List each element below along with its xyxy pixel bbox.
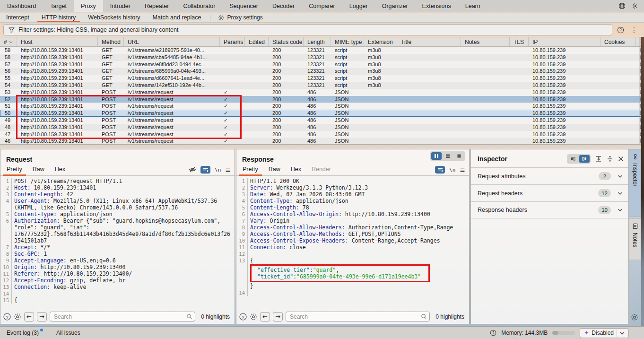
table-row-49[interactable]: 49http://10.80.159.239:13401POST/v1/stre… [0, 117, 641, 124]
table-row-50[interactable]: 50http://10.80.159.239:13401POST/v1/stre… [0, 110, 641, 117]
column-header-cookies[interactable]: Cookies [600, 37, 636, 46]
response-tab-render[interactable]: Render [306, 164, 336, 175]
response-tab-hex[interactable]: Hex [286, 164, 306, 175]
request-tab-pretty[interactable]: Pretty [1, 164, 27, 175]
menu-tab-extensions[interactable]: Extensions [415, 0, 458, 12]
help-icon[interactable]: ? [3, 313, 11, 321]
column-header-notes[interactable]: Notes [461, 37, 510, 46]
response-tab-raw[interactable]: Raw [263, 164, 286, 175]
search-input[interactable] [50, 312, 195, 322]
collapse-all-icon[interactable] [607, 156, 613, 162]
column-header-title[interactable]: Title [397, 37, 461, 46]
inspector-section-request-headers[interactable]: Request headers12 [471, 184, 628, 201]
menu-tab-target[interactable]: Target [43, 0, 74, 12]
chevron-down-icon[interactable] [618, 191, 623, 195]
menu-tab-proxy[interactable]: Proxy [74, 0, 103, 12]
inspector-section-request-attributes[interactable]: Request attributes2 [471, 167, 628, 184]
menu-tab-collaborator[interactable]: Collaborator [176, 0, 222, 12]
column-header-url[interactable]: URL [124, 37, 220, 46]
burp-ai-button[interactable]: ✦ Disabled [580, 328, 629, 338]
prettify-icon[interactable] [435, 166, 445, 174]
menu-tab-dashboard[interactable]: Dashboard [0, 0, 43, 12]
request-tab-raw[interactable]: Raw [27, 164, 50, 175]
column-header-edited[interactable]: Edited [245, 37, 269, 46]
close-icon[interactable] [618, 156, 624, 162]
column-header-params[interactable]: Params [220, 37, 245, 46]
table-row-51[interactable]: 51http://10.80.159.239:13401POST/v1/stre… [0, 103, 641, 110]
next-match-button[interactable]: → [37, 312, 47, 322]
table-row-47[interactable]: 47http://10.80.159.239:13401POST/v1/stre… [0, 131, 641, 138]
sub-tab-intercept[interactable]: Intercept [0, 13, 35, 22]
single-layout-button[interactable] [454, 152, 464, 160]
chevron-down-icon[interactable] [618, 174, 623, 178]
column-header-method[interactable]: Method [98, 37, 124, 46]
hide-eye-icon[interactable] [189, 166, 196, 173]
settings-gear-icon[interactable] [631, 2, 638, 9]
help-icon[interactable]: ? [617, 26, 624, 34]
column-header-ip[interactable]: IP [529, 37, 600, 46]
table-row-53[interactable]: 53http://10.80.159.239:13401POST/v1/stre… [0, 89, 641, 96]
search-settings-gear-icon[interactable] [14, 313, 21, 321]
menu-icon[interactable]: ≡ [460, 166, 465, 174]
globe-icon[interactable] [618, 2, 626, 9]
all-issues-button[interactable]: All issues [56, 330, 80, 336]
column-header-status-code[interactable]: Status code [269, 37, 304, 46]
proxy-settings-button[interactable]: Proxy settings [213, 13, 267, 22]
response-editor[interactable]: 1HTTP/1.1 200 OK2Server: Werkzeug/3.1.3 … [236, 176, 469, 308]
info-icon[interactable] [490, 330, 496, 336]
inspector-layout-b-button[interactable] [579, 155, 590, 163]
inspector-dock-tab[interactable]: Inspector [629, 149, 641, 217]
expand-all-icon[interactable] [595, 156, 602, 162]
inspector-layout-a-button[interactable] [568, 155, 578, 163]
table-row-57[interactable]: 57http://10.80.159.239:13401GET/v1/strea… [0, 61, 641, 68]
newline-toggle-icon[interactable]: \n [215, 167, 221, 173]
prettify-icon[interactable] [200, 166, 210, 174]
table-row-55[interactable]: 55http://10.80.159.239:13401GET/v1/strea… [0, 75, 641, 82]
search-settings-gear-icon[interactable] [250, 313, 257, 321]
column-header-mime-type[interactable]: MIME type [331, 37, 364, 46]
sub-tab-match-and-replace[interactable]: Match and replace [147, 13, 208, 22]
more-options-icon[interactable]: ⋮ [631, 26, 637, 34]
help-icon[interactable]: ? [239, 313, 247, 321]
sub-tab-http-history[interactable]: HTTP history [35, 13, 82, 22]
table-header[interactable]: #HostMethodURLParamsEditedStatus codeLen… [0, 37, 641, 47]
chevron-down-icon[interactable] [618, 208, 623, 212]
side-by-side-layout-button[interactable] [431, 152, 442, 160]
menu-tab-logger[interactable]: Logger [342, 0, 375, 12]
notes-dock-tab[interactable]: Notes [629, 218, 641, 260]
menu-tab-intruder[interactable]: Intruder [103, 0, 138, 12]
table-row-48[interactable]: 48http://10.80.159.239:13401POST/v1/stre… [0, 124, 641, 131]
menu-tab-comparer[interactable]: Comparer [302, 0, 342, 12]
menu-icon[interactable]: ≡ [225, 166, 231, 174]
newline-toggle-icon[interactable]: \n [449, 167, 455, 173]
menu-tab-learn[interactable]: Learn [458, 0, 487, 12]
column-header-#[interactable]: # [0, 37, 17, 46]
column-header-host[interactable]: Host [17, 37, 98, 46]
prev-match-button[interactable]: ← [260, 312, 270, 322]
table-row-58[interactable]: 58http://10.80.159.239:13401GET/v1/strea… [0, 54, 641, 61]
table-row-56[interactable]: 56http://10.80.159.239:13401GET/v1/strea… [0, 68, 641, 75]
table-row-46[interactable]: 46http://10.80.159.239:13401POST/v1/stre… [0, 138, 641, 145]
sub-tab-websockets-history[interactable]: WebSockets history [82, 13, 146, 22]
column-header-extension[interactable]: Extension [364, 37, 397, 46]
next-match-button[interactable]: → [273, 312, 283, 322]
stacked-layout-button[interactable] [443, 152, 453, 160]
filter-settings-bar[interactable]: Filter settings: Hiding CSS, image and g… [3, 24, 612, 35]
menu-tab-sequencer[interactable]: Sequencer [222, 0, 265, 12]
menu-tab-decoder[interactable]: Decoder [265, 0, 302, 12]
menu-tab-organizer[interactable]: Organizer [375, 0, 415, 12]
prev-match-button[interactable]: ← [24, 312, 34, 322]
column-header-tls[interactable]: TLS [510, 37, 529, 46]
table-row-54[interactable]: 54http://10.80.159.239:13401GET/v1/strea… [0, 82, 641, 89]
request-tab-hex[interactable]: Hex [50, 164, 70, 175]
menu-tab-repeater[interactable]: Repeater [138, 0, 176, 12]
panel-settings-gear-icon[interactable] [631, 313, 638, 321]
inspector-section-response-headers[interactable]: Response headers10 [471, 201, 628, 218]
table-row-52[interactable]: 52http://10.80.159.239:13401POST/v1/stre… [0, 96, 641, 103]
column-header-length[interactable]: Length [304, 37, 331, 46]
request-editor[interactable]: 1POST /v1/streams/request HTTP/1.12Host:… [0, 176, 235, 308]
response-tab-pretty[interactable]: Pretty [237, 164, 263, 175]
table-row-59[interactable]: 59http://10.80.159.239:13401GET/v1/strea… [0, 47, 641, 54]
event-log-button[interactable]: Event log (3) [7, 330, 43, 336]
search-input[interactable] [286, 312, 430, 322]
